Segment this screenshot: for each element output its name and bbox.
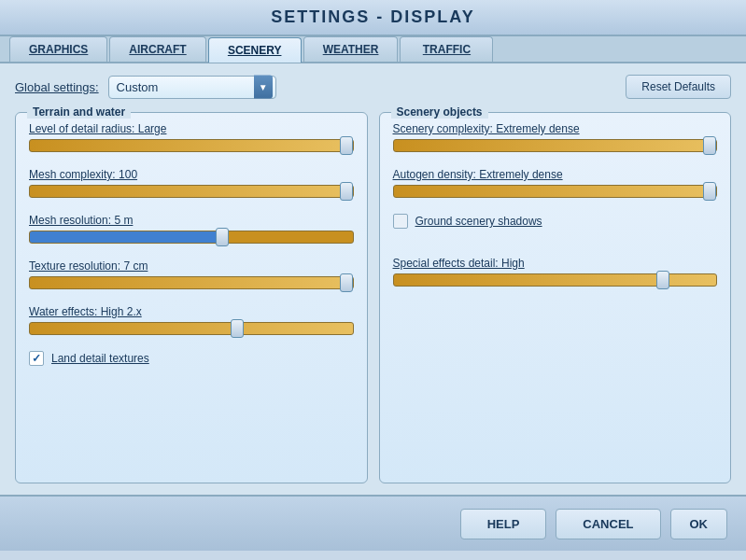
- mesh-complexity-slider[interactable]: [29, 185, 354, 198]
- mesh-complexity-row: Mesh complexity: 100: [29, 168, 354, 201]
- title-text: SETTINGS - DISPLAY: [271, 7, 474, 26]
- special-effects-slider[interactable]: [393, 273, 718, 287]
- panels-container: Terrain and water Level of detail radius…: [15, 112, 731, 483]
- scenery-panel-title: Scenery objects: [391, 105, 488, 119]
- tab-scenery[interactable]: SCENERY: [208, 37, 302, 63]
- water-effects-row: Water effects: High 2.x: [29, 305, 354, 338]
- water-effects-slider[interactable]: [29, 322, 354, 335]
- tab-aircraft[interactable]: AIRCRAFT: [109, 36, 205, 62]
- help-button[interactable]: HELP: [460, 509, 547, 539]
- tab-bar: GRAPHICS AIRCRAFT SCENERY WEATHER TRAFFI…: [0, 36, 746, 63]
- checkmark-icon: ✓: [32, 352, 41, 365]
- ground-scenery-shadows-label: Ground scenery shadows: [415, 215, 542, 228]
- land-detail-textures-label: Land detail textures: [51, 352, 149, 365]
- texture-resolution-row: Texture resolution: 7 cm: [29, 259, 354, 292]
- autogen-density-slider[interactable]: [393, 185, 718, 198]
- ground-scenery-shadows-checkbox[interactable]: ✓: [393, 214, 408, 229]
- main-content: Global settings: Custom Low Medium High …: [0, 63, 746, 495]
- water-effects-label: Water effects: High 2.x: [29, 305, 354, 318]
- global-settings-row: Global settings: Custom Low Medium High …: [15, 75, 731, 99]
- mesh-resolution-slider[interactable]: [29, 231, 354, 244]
- land-detail-textures-row: ✓ Land detail textures: [29, 351, 354, 366]
- lod-radius-row: Level of detail radius: Large: [29, 122, 354, 155]
- terrain-panel-title: Terrain and water: [27, 105, 131, 119]
- tab-traffic[interactable]: TRAFFIC: [400, 36, 493, 62]
- global-settings-select[interactable]: Custom Low Medium High Ultra High: [108, 76, 276, 99]
- cancel-button[interactable]: CANCEL: [556, 509, 660, 539]
- mesh-resolution-row: Mesh resolution: 5 m: [29, 214, 354, 246]
- ok-button[interactable]: OK: [670, 509, 728, 539]
- land-detail-textures-checkbox[interactable]: ✓: [29, 351, 44, 366]
- ground-scenery-shadows-row: ✓ Ground scenery shadows: [393, 214, 718, 229]
- reset-defaults-button[interactable]: Reset Defaults: [626, 75, 731, 99]
- mesh-resolution-label: Mesh resolution: 5 m: [29, 214, 354, 227]
- scenery-complexity-label: Scenery complexity: Extremely dense: [393, 122, 718, 135]
- title-bar: SETTINGS - DISPLAY: [0, 0, 746, 36]
- autogen-density-row: Autogen density: Extremely dense: [393, 168, 718, 201]
- mesh-complexity-label: Mesh complexity: 100: [29, 168, 354, 181]
- scenery-complexity-slider[interactable]: [393, 139, 718, 152]
- texture-resolution-slider[interactable]: [29, 276, 354, 289]
- special-effects-label: Special effects detail: High: [393, 257, 718, 270]
- terrain-panel: Terrain and water Level of detail radius…: [15, 112, 368, 483]
- lod-radius-slider[interactable]: [29, 139, 354, 152]
- global-settings-label: Global settings:: [15, 80, 99, 94]
- scenery-panel: Scenery objects Scenery complexity: Extr…: [379, 112, 732, 483]
- global-settings-select-wrapper: Custom Low Medium High Ultra High ▼: [108, 76, 276, 99]
- texture-resolution-label: Texture resolution: 7 cm: [29, 259, 354, 273]
- special-effects-row: Special effects detail: High: [393, 257, 718, 289]
- scenery-complexity-row: Scenery complexity: Extremely dense: [393, 122, 718, 155]
- autogen-density-label: Autogen density: Extremely dense: [393, 168, 718, 181]
- bottom-bar: HELP CANCEL OK: [0, 495, 746, 551]
- tab-weather[interactable]: WEATHER: [303, 36, 399, 62]
- lod-radius-label: Level of detail radius: Large: [29, 122, 354, 135]
- tab-graphics[interactable]: GRAPHICS: [9, 36, 107, 62]
